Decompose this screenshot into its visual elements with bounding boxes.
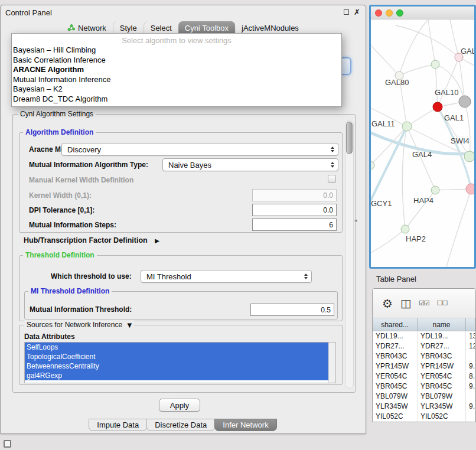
network-edge[interactable] (465, 102, 470, 156)
close-window-icon[interactable] (375, 9, 382, 17)
algorithm-option-bayesian-k2[interactable]: Bayesian – K2 (12, 84, 341, 94)
algorithm-definition-title: Algorithm Definition (23, 128, 96, 136)
table-cell: 9. (466, 381, 475, 392)
panel-collapse-handle[interactable]: ◂ (354, 217, 357, 223)
list-scrollbar-track[interactable] (328, 343, 335, 383)
sources-group: Sources for Network Inference ▼ Data Att… (19, 325, 343, 385)
manual-kernel-width-checkbox[interactable] (328, 175, 336, 183)
expand-right-arrow-icon: ▶ (155, 237, 159, 244)
table-row[interactable]: YDR27...YDR27...12 (373, 341, 475, 351)
tab-label: Cyni Toolbox (185, 24, 229, 32)
which-threshold-select[interactable]: MI Threshold (141, 270, 312, 283)
network-edge[interactable] (450, 19, 459, 57)
network-edge[interactable] (399, 64, 435, 76)
table-panel-title: Table Panel (376, 275, 416, 283)
table-settings-gear-icon[interactable]: ⚙ (382, 298, 393, 309)
network-edge[interactable] (446, 189, 471, 267)
algorithm-dropdown-popup: Select algorithm to view settings Bayesi… (11, 33, 342, 107)
zoom-window-icon[interactable] (396, 9, 403, 17)
network-canvas[interactable]: GALGAL80GAL10GAL11GAL1SWI4GAL4GCY1HAP4HA… (371, 19, 474, 267)
restore-panel-icon[interactable] (4, 440, 11, 448)
tab-jactivemnodules[interactable]: jActiveMNodules (235, 21, 305, 34)
close-panel-icon[interactable]: ✗ (354, 9, 360, 15)
deselect-all-rows-icon[interactable]: ☐☐ (437, 300, 448, 306)
table-row[interactable]: YLR345WYLR345W9. (373, 402, 475, 412)
algorithm-option-dream8-dc-tdc-algorithm[interactable]: Dream8 DC_TDC Algorithm (12, 94, 341, 105)
network-node[interactable] (433, 102, 442, 112)
float-panel-icon[interactable] (344, 9, 349, 15)
network-node[interactable] (402, 122, 412, 131)
table-row[interactable]: YDL19...YDL19...13 (373, 331, 475, 341)
mi-algorithm-type-select[interactable]: Naive Bayes (162, 158, 338, 171)
hub-factor-section-toggle[interactable]: Hub/Transcription Factor Definition ▶ (24, 236, 159, 244)
network-edge[interactable] (371, 126, 407, 200)
algorithm-option-mutual-information-inference[interactable]: Mutual Information Inference (12, 75, 341, 85)
attribute-item-gal4rgexp[interactable]: gal4RGexp (25, 371, 328, 380)
table-row[interactable]: YBR045CYBR045C9. (373, 381, 475, 392)
table-cell: YLR345W (373, 402, 418, 412)
network-node[interactable] (401, 225, 409, 233)
mi-threshold-field[interactable] (250, 304, 334, 316)
bottom-tab-infer-network[interactable]: Infer Network (214, 419, 276, 431)
select-all-rows-icon[interactable]: ☑☑ (419, 300, 429, 306)
table-row[interactable]: YER054CYER054C8. (373, 371, 475, 381)
network-node[interactable] (459, 96, 471, 107)
table-cell: 12 (466, 341, 475, 351)
column-header-name[interactable]: name (418, 318, 466, 331)
tab-label: Network (78, 24, 106, 32)
threshold-definition-group: Threshold Definition Which threshold to … (19, 255, 343, 321)
attribute-item-betweennesscentrality[interactable]: BetweennessCentrality (25, 361, 328, 371)
aracne-mode-select[interactable]: Discovery (61, 143, 338, 156)
table-header-row: shared...name (373, 318, 475, 331)
network-node[interactable] (431, 186, 439, 194)
table-cell (466, 392, 475, 402)
network-node[interactable] (371, 161, 374, 169)
network-node[interactable] (464, 151, 474, 162)
bottom-tab-impute-data[interactable]: Impute Data (89, 419, 147, 431)
network-edge[interactable] (371, 229, 405, 253)
table-row[interactable]: YIL052CYIL052C (373, 412, 475, 422)
network-edge[interactable] (407, 107, 438, 126)
column-header-extra[interactable] (466, 318, 475, 331)
network-edge[interactable] (371, 126, 407, 165)
algorithm-option-bayesian-hill-climbing[interactable]: Bayesian – Hill Climbing (12, 45, 341, 56)
network-node[interactable] (466, 184, 474, 194)
attribute-item-topologicalcoefficient[interactable]: TopologicalCoefficient (25, 352, 328, 361)
mi-steps-field[interactable] (252, 219, 337, 231)
tab-label: Style (120, 24, 137, 32)
network-edge[interactable] (402, 126, 407, 229)
network-edge[interactable] (371, 45, 399, 76)
network-edge[interactable] (459, 57, 465, 102)
network-icon (67, 24, 75, 31)
network-edge[interactable] (435, 64, 438, 107)
attribute-item-selfloops[interactable]: SelfLoops (25, 343, 328, 352)
tab-cyni-toolbox[interactable]: Cyni Toolbox (178, 21, 235, 34)
algorithm-option-aracne-algorithm[interactable]: ARACNE Algorithm (12, 65, 341, 75)
table-row[interactable]: YBL079WYBL079W (373, 392, 475, 402)
sources-group-title[interactable]: Sources for Network Inference ▼ (24, 321, 134, 329)
table-cell: YBR043C (373, 351, 418, 361)
bottom-tab-discretize-data[interactable]: Discretize Data (146, 419, 215, 431)
algorithm-option-basic-correlation-inference[interactable]: Basic Correlation Inference (12, 56, 341, 66)
settings-scrollbar-track (345, 120, 354, 389)
algorithm-definition-group: Algorithm Definition Aracne Mode: Discov… (19, 132, 343, 233)
network-edge[interactable] (396, 25, 459, 57)
table-row[interactable]: YPR145WYPR145W9. (373, 361, 475, 371)
table-panel-window: ⚙ ◫ ☑☑ ☐☐ shared...name YDL19...YDL19...… (372, 288, 476, 422)
tab-network[interactable]: Network (61, 21, 113, 34)
apply-button[interactable]: Apply (159, 399, 200, 412)
tab-select[interactable]: Select (144, 21, 178, 34)
dpi-tolerance-field[interactable] (252, 204, 337, 216)
network-edge[interactable] (438, 57, 459, 107)
column-visibility-icon[interactable]: ◫ (400, 298, 411, 309)
table-cell: YIL052C (373, 412, 418, 422)
settings-scrollbar-thumb[interactable] (346, 122, 353, 154)
column-header-shared[interactable]: shared... (373, 318, 418, 331)
network-node[interactable] (431, 60, 439, 69)
tab-style[interactable]: Style (113, 21, 144, 34)
minimize-window-icon[interactable] (386, 9, 393, 17)
network-edge[interactable] (428, 19, 435, 64)
table-row[interactable]: YBR043CYBR043C (373, 351, 475, 361)
tab-label: Select (151, 24, 172, 32)
table-cell: YDL19... (373, 331, 418, 341)
